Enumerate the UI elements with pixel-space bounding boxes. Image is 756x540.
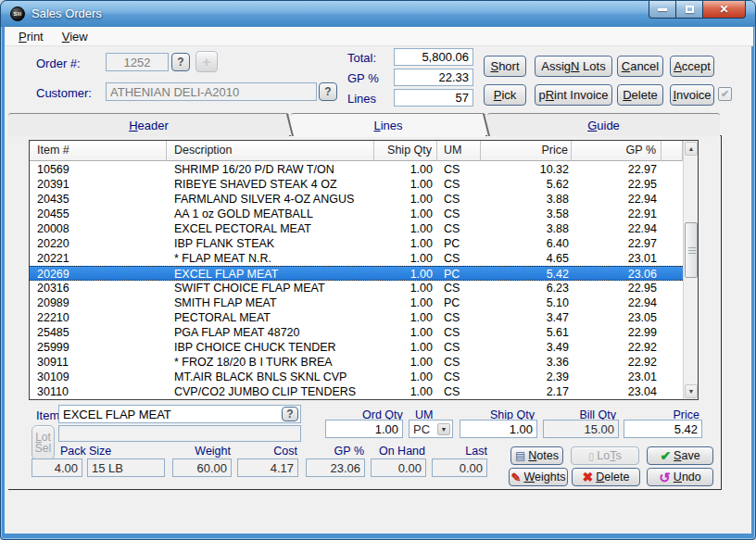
column-header-ship-qty[interactable]: Ship Qty [374, 141, 437, 161]
cell-filler [662, 221, 683, 236]
save-button[interactable]: ✔ Save [647, 446, 713, 465]
total-value: 5,800.06 [394, 48, 473, 66]
item-lookup-button[interactable]: ? [282, 407, 298, 421]
minimize-icon [658, 8, 667, 11]
price-input[interactable] [624, 420, 702, 438]
lots-button[interactable]: ▯ LoTs [571, 446, 639, 465]
minimize-button[interactable] [649, 1, 676, 19]
weights-button[interactable]: ✎ Weights [509, 468, 568, 486]
tab-header[interactable]: Header [8, 113, 289, 136]
cell-item-number: 22210 [30, 310, 167, 325]
cell-description: EXCEL PECTORAL MEAT [167, 221, 374, 236]
cell-description: PGA FLAP MEAT 48720 [167, 325, 374, 340]
close-icon: ✕ [719, 3, 728, 16]
item-input[interactable] [58, 405, 301, 423]
cell-price: 3.47 [481, 310, 572, 325]
table-row[interactable]: 25999IBP CHOICE CHUCK TENDER1.00CS3.4922… [30, 340, 683, 355]
column-header-item[interactable]: Item # [30, 141, 167, 161]
column-header-price[interactable]: Price [481, 141, 572, 161]
title-bar[interactable]: SII Sales Orders ✕ [1, 1, 756, 27]
cell-filler [662, 281, 683, 295]
table-row[interactable]: 20008EXCEL PECTORAL MEAT1.00CS3.8822.94 [30, 221, 683, 236]
table-row[interactable]: 20989SMITH FLAP MEAT1.00PC5.1022.94 [30, 295, 683, 310]
table-row[interactable]: 20391RIBEYE SHAVED STEAK 4 OZ1.00CS5.622… [30, 177, 683, 192]
table-row[interactable]: 20221* FLAP MEAT N.R.1.00CS4.6523.01 [30, 251, 683, 266]
pick-button[interactable]: Pick [484, 84, 526, 106]
cell-item-number: 20269 [30, 267, 167, 280]
ship-qty-input[interactable] [460, 420, 537, 438]
maximize-button[interactable] [676, 1, 703, 19]
order-lookup-button[interactable]: ? [171, 53, 190, 71]
short-button[interactable]: Short [484, 56, 526, 77]
table-row[interactable]: 25485PGA FLAP MEAT 487201.00CS5.6122.99 [30, 325, 683, 340]
assign-lots-button[interactable]: AssigN Lots [535, 56, 612, 77]
order-number-label: Order #: [36, 57, 81, 70]
table-row[interactable]: 20220IBP FLANK STEAK1.00PC6.4022.97 [30, 236, 683, 251]
cell-description: CVP/CO2 JUMBO CLIP TENDERS [167, 384, 374, 399]
table-row[interactable]: 10569SHRIMP 16/20 P/D RAW T/ON1.00CS10.3… [30, 162, 683, 177]
accept-button-label: Accept [674, 59, 711, 73]
notes-button[interactable]: ▤ Notes [510, 446, 563, 465]
weights-button-label: Weights [523, 471, 565, 483]
undo-arrow-icon: ↺ [659, 471, 671, 483]
cell-filler [662, 310, 683, 325]
menu-bar: Print View [5, 27, 753, 46]
cell-filler [662, 192, 683, 207]
column-header-description[interactable]: Description [167, 141, 374, 161]
table-row-selected[interactable]: 20269EXCEL FLAP MEAT1.00PC5.4223.06 [30, 266, 683, 281]
table-row[interactable]: 30109MT.AIR BLACK BNLS SKNL CVP1.00CS2.3… [30, 370, 683, 384]
accept-button[interactable]: Accept [670, 56, 714, 77]
scroll-down-arrow[interactable]: ▼ [685, 384, 698, 398]
last-field: 0.00 [432, 458, 487, 477]
lot-sel-button[interactable]: Lot Sel [32, 425, 55, 460]
cell-ship-qty: 1.00 [374, 310, 437, 325]
bill-qty-field: 15.00 [543, 420, 619, 438]
cell-filler [662, 236, 683, 251]
cell-gp: 23.05 [572, 310, 662, 325]
table-row[interactable]: 20316SWIFT CHOICE FLAP MEAT1.00CS6.2322.… [30, 281, 683, 295]
table-scrollbar[interactable]: ▲ ▼ [683, 141, 698, 399]
cell-price: 3.49 [481, 340, 572, 355]
pick-button-label: Pick [494, 88, 517, 102]
scroll-up-arrow[interactable]: ▲ [685, 142, 698, 156]
delete-order-button[interactable]: Delete [617, 84, 663, 106]
customer-field[interactable]: ATHENIAN DELI-A2010 [106, 82, 317, 101]
tab-guide[interactable]: Guide [487, 113, 720, 136]
cell-um: CS [437, 162, 481, 177]
delete-line-button[interactable]: ✖ Delete [572, 468, 640, 486]
menu-view[interactable]: View [54, 28, 96, 45]
menu-print[interactable]: Print [10, 28, 52, 45]
notes-icon: ▤ [515, 450, 525, 462]
table-row[interactable]: 20435FARMLAND SILVER 4-OZ ANGUS1.00CS3.8… [30, 192, 683, 207]
cancel-button[interactable]: Cancel [617, 56, 663, 77]
lines-label: Lines [347, 92, 376, 106]
maximize-icon [686, 6, 694, 13]
table-row[interactable]: 20455AA 1 oz GOLD MEATBALL1.00CS3.5822.9… [30, 207, 683, 221]
close-button[interactable]: ✕ [703, 1, 746, 19]
invoiced-checkbox[interactable]: ✔ [718, 87, 732, 101]
item-description2-field[interactable] [58, 425, 301, 442]
print-invoice-button[interactable]: pRint Invoice [535, 84, 612, 106]
new-order-button[interactable]: + [195, 51, 218, 72]
column-header-gp[interactable]: GP % [572, 141, 662, 161]
cell-filler [662, 325, 683, 340]
table-row[interactable]: 30110CVP/CO2 JUMBO CLIP TENDERS1.00CS2.1… [30, 384, 683, 399]
cell-um: CS [437, 221, 481, 236]
ord-qty-input[interactable] [325, 420, 403, 438]
undo-button[interactable]: ↺ Undo [647, 468, 713, 486]
on-hand-label: On Hand [372, 445, 425, 458]
tab-lines[interactable]: Lines [291, 113, 485, 137]
customer-lookup-button[interactable]: ? [319, 82, 337, 101]
table-row[interactable]: 22210PECTORAL MEAT1.00CS3.4723.05 [30, 310, 683, 325]
order-number-field[interactable]: 1252 [106, 53, 169, 71]
cell-item-number: 30110 [30, 384, 167, 399]
invoice-button[interactable]: Invoice [670, 84, 714, 106]
cell-um: CS [437, 340, 481, 355]
scrollbar-thumb[interactable] [685, 222, 698, 278]
tab-header-label: Header [129, 119, 169, 132]
um-dropdown[interactable]: PC ▼ [409, 420, 453, 438]
table-row[interactable]: 30911* FROZ 18/20 B I TURK BREA1.00CS3.3… [30, 355, 683, 370]
cell-gp: 22.99 [572, 325, 662, 340]
column-header-um[interactable]: UM [437, 141, 481, 161]
weights-pencil-icon: ✎ [511, 471, 522, 483]
